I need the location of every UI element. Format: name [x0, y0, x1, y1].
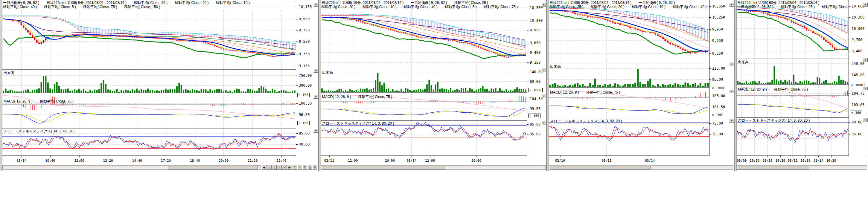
scrollbar-thumb[interactable]: [322, 166, 445, 170]
stoch-pane-label: スロー・ストキャスティクス( 14, 3, 80, 20 ): [4, 129, 75, 134]
time-axis-label: 20:00: [385, 159, 395, 163]
macd-pane-label: MACD( 12, 26, 9 ) 移動平均( Close, 75 ): [550, 90, 620, 95]
pane-scale-dropdown-button[interactable]: ▼: [729, 3, 734, 7]
y-axis-tick-label: 225.00: [712, 66, 725, 71]
y-axis-tick-label: 9,700: [851, 38, 862, 42]
chevron-down-icon: ▼: [864, 59, 867, 61]
target-button[interactable]: ◎: [308, 165, 312, 170]
pan-left-button[interactable]: ◀: [262, 165, 267, 170]
stoch-pane-label: スロー・ストキャスティクス( 14, 3, 80, 20 ): [738, 118, 810, 123]
y-axis-tick-label: 95.00: [712, 77, 723, 81]
arrow-down-button[interactable]: ↓: [277, 165, 282, 170]
y-axis-tick-label: 40.00: [299, 142, 310, 146]
pane-scale-dropdown-button[interactable]: ▼: [729, 90, 734, 93]
y-axis-tick-label: 9,950: [299, 17, 310, 21]
pan-right-button[interactable]: ▶: [287, 165, 292, 170]
chevron-down-icon: ▼: [543, 95, 545, 97]
chevron-down-icon: ▼: [543, 4, 545, 6]
chart-window-4: 日経225mini 11/06( 60分, 2011/03/04 - 2011/…: [734, 0, 868, 171]
chart-window-3: 日経225mini 11/06( 30分, 2011/03/04 - 2011/…: [547, 0, 734, 171]
time-axis-tick-mark: [390, 156, 390, 157]
mode-r-button[interactable]: R: [292, 165, 297, 170]
pane-scale-dropdown-button[interactable]: ▼: [541, 121, 546, 125]
pane-scale-dropdown-button[interactable]: ▼: [541, 68, 546, 72]
scrollbar-thumb[interactable]: [550, 166, 651, 170]
time-axis-tick-mark: [607, 156, 607, 157]
time-axis-label: 03/14: [406, 159, 416, 163]
horizontal-scrollbar[interactable]: [321, 165, 546, 170]
horizontal-scrollbar[interactable]: [737, 165, 867, 170]
pane-scale-dropdown-button[interactable]: ▼: [313, 69, 318, 73]
time-axis-tick-mark: [818, 156, 819, 157]
time-axis-label: 17:20: [161, 159, 171, 163]
macd-scale-multiplier-badge: × 100: [528, 113, 540, 118]
time-axis-label: 13:20: [103, 159, 113, 163]
y-axis-tick-mark: [527, 134, 529, 135]
time-axis-label: 12:00: [425, 159, 435, 163]
y-axis-tick-mark: [527, 30, 529, 31]
y-axis-tick-mark: [527, 63, 529, 63]
chart-canvas: [321, 0, 527, 156]
stoch-pane-label: スロー・ストキャスティクス( 14, 3, 80, 20 ): [550, 119, 622, 124]
scrollbar-thumb[interactable]: [738, 166, 809, 170]
y-axis-tick-mark: [527, 72, 529, 72]
chevron-down-icon: ▼: [731, 90, 733, 92]
chart-legend-line2: 移動平均( Close, 25 ) 移動平均( Close, 20 ) 移動平均…: [550, 5, 710, 9]
pane-scale-dropdown-button[interactable]: ▼: [863, 86, 868, 90]
pane-scale-dropdown-button[interactable]: ▼: [313, 95, 318, 99]
y-axis-tick-label: 35.00: [530, 132, 540, 136]
volume-pane-label: 出来高: [550, 64, 561, 69]
time-axis-tick-mark: [793, 156, 793, 157]
pane-scale-dropdown-button[interactable]: ▼: [541, 3, 546, 7]
pane-scale-dropdown-button[interactable]: ▼: [863, 3, 868, 7]
y-axis-tick-label: 9,650: [712, 39, 723, 43]
chart-legend: 日経225mini 11/06( 30分, 2011/03/04 - 2011/…: [550, 1, 710, 9]
y-axis-tick-label: 10,600: [851, 4, 864, 8]
y-axis-tick-label: 9,350: [712, 51, 723, 56]
y-axis: 10,1509,9509,7509,5509,3509,150750.00300…: [296, 0, 318, 156]
horizontal-scrollbar[interactable]: [549, 165, 734, 170]
chevron-down-icon: ▼: [543, 122, 545, 124]
pane-scale-dropdown-button[interactable]: ▼: [313, 3, 318, 7]
y-axis-tick-mark: [527, 124, 529, 125]
y-axis-tick-label: 9,350: [299, 52, 310, 56]
pane-scale-dropdown-button[interactable]: ▼: [863, 58, 868, 62]
y-axis-tick-label: 9,400: [851, 49, 862, 53]
time-axis-label: 03/10: [555, 159, 565, 163]
time-axis: 03/0916:3003/1016:3003/1116:3003/1416:30: [737, 156, 868, 166]
y-axis-tick-label: 103.05: [851, 103, 864, 107]
time-axis-label: 16:30: [800, 159, 810, 163]
bar-marker-2-button[interactable]: │: [272, 165, 277, 170]
y-axis-tick-mark: [296, 144, 298, 145]
y-axis-tick-mark: [710, 79, 711, 80]
pane-scale-dropdown-button[interactable]: ▼: [541, 94, 546, 98]
chart-legend-line1: 一目均衡表( 9, 26, 52 ) 日経225mini 11/06( 5分, …: [3, 1, 297, 5]
zoom-out-button[interactable]: −: [282, 165, 287, 170]
y-axis-tick-label: 9,150: [530, 60, 540, 65]
mode-l-button[interactable]: L: [297, 165, 302, 170]
time-axis-tick-mark: [476, 156, 476, 157]
pane-scale-dropdown-button[interactable]: ▼: [863, 118, 868, 122]
time-axis-tick-mark: [108, 156, 108, 157]
chart-legend-line1: 日経225mini 11/06( 15分, 2011/03/04 - 2011/…: [321, 1, 533, 5]
time-axis-label: 12:00: [348, 159, 358, 163]
horizontal-scrollbar[interactable]: [2, 165, 261, 170]
y-axis-tick-mark: [296, 30, 298, 31]
mode-r2-button[interactable]: R: [302, 165, 307, 170]
chart-legend-line1: 日経225mini 11/06( 60分, 2011/03/04 - 2011/…: [737, 1, 850, 5]
pane-scale-dropdown-button[interactable]: ▼: [313, 129, 318, 133]
y-axis-tick-label: 10,000: [851, 27, 864, 31]
y-axis-tick-mark: [849, 51, 850, 51]
bar-marker-button[interactable]: │: [267, 165, 272, 170]
pane-scale-dropdown-button[interactable]: ▼: [729, 119, 734, 122]
volume-scale-multiplier-badge: × 1000: [528, 88, 542, 92]
y-axis-tick-label: 80.00: [851, 120, 862, 124]
y-axis-tick-label: 9,950: [712, 27, 723, 31]
y-axis-tick-label: 30.00: [712, 132, 723, 136]
pane-scale-dropdown-button[interactable]: ▼: [729, 62, 734, 66]
time-axis-tick-mark: [224, 156, 224, 157]
time-axis-label: 20:00: [219, 159, 228, 163]
scrollbar-thumb[interactable]: [168, 166, 258, 170]
close-button[interactable]: ✕: [313, 165, 317, 170]
chevron-down-icon: ▼: [731, 119, 733, 121]
